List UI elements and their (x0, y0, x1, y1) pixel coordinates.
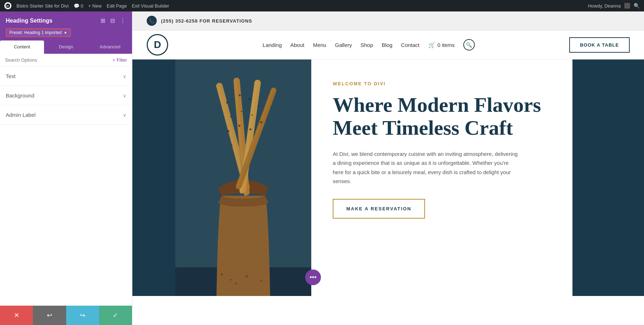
main-layout: Heading Settings ⊞ ⊟ ⋮ Preset: Heading 1… (0, 11, 644, 325)
filter-label: Filter (117, 57, 127, 63)
edit-page-link[interactable]: Edit Page (107, 3, 127, 9)
search-input[interactable] (5, 57, 110, 63)
section-background-chevron: ∨ (123, 93, 126, 99)
phone-icon: 📞 (147, 16, 157, 26)
svg-point-7 (230, 116, 231, 118)
svg-point-9 (231, 145, 233, 146)
hero-content: WELCOME TO DIVI Where Modern Flavors Mee… (311, 59, 572, 296)
svg-point-18 (252, 114, 253, 116)
tab-design[interactable]: Design (44, 40, 88, 54)
section-admin-label: Admin Label ∨ (0, 105, 132, 125)
section-text-header[interactable]: Text ∨ (0, 67, 132, 86)
redo-button[interactable]: ↪ (66, 306, 99, 325)
nav-about[interactable]: About (290, 42, 304, 48)
svg-point-27 (260, 280, 262, 282)
tab-advanced[interactable]: Advanced (88, 40, 132, 54)
dots-menu-button[interactable]: ••• (305, 269, 321, 285)
site-search-icon: 🔍 (466, 42, 472, 48)
svg-point-17 (249, 98, 251, 100)
sidebar-tabs: Content Design Advanced (0, 40, 132, 54)
undo-button[interactable]: ↩ (33, 306, 66, 325)
comment-icon: 💬 0 (74, 3, 83, 9)
svg-point-24 (221, 273, 223, 276)
sidebar-header: Heading Settings ⊞ ⊟ ⋮ Preset: Heading 1… (0, 11, 132, 40)
preset-dropdown-arrow: ▼ (64, 31, 67, 35)
section-text-label: Text (6, 73, 16, 79)
site-logo: D (147, 34, 168, 56)
admin-search-icon[interactable]: 🔍 (634, 3, 640, 9)
section-background-label: Background (6, 92, 34, 99)
site-nav: D Landing About Menu Gallery Shop Blog C… (132, 30, 644, 59)
preset-badge[interactable]: Preset: Heading 1 imported ▼ (6, 28, 71, 37)
layout-icon[interactable]: ⊟ (109, 16, 116, 25)
nav-menu[interactable]: Menu (313, 42, 327, 48)
svg-point-14 (238, 125, 240, 127)
filter-button[interactable]: + Filter (113, 57, 127, 63)
nav-contact[interactable]: Contact (401, 42, 420, 48)
hero-heading: Where Modern Flavors Meet Timeless Craft (333, 94, 551, 139)
svg-text:W: W (6, 4, 9, 8)
sidebar-header-top: Heading Settings ⊞ ⊟ ⋮ (6, 16, 126, 25)
section-admin-label-text: Admin Label (6, 112, 35, 118)
sidebar-header-icons: ⊞ ⊟ ⋮ (100, 16, 126, 25)
svg-point-19 (249, 128, 252, 130)
site-name[interactable]: Bistro Starter Site for Divi (16, 3, 69, 9)
nav-gallery[interactable]: Gallery (335, 42, 352, 48)
svg-point-28 (235, 282, 237, 285)
hero-image-wrapper (175, 59, 311, 296)
svg-point-8 (227, 130, 229, 132)
svg-point-25 (230, 279, 231, 281)
exit-builder-link[interactable]: Exit Visual Builder (132, 3, 169, 9)
avatar (624, 3, 630, 9)
hero-section: WELCOME TO DIVI Where Modern Flavors Mee… (132, 59, 644, 296)
sidebar-search-bar: + Filter (0, 54, 132, 67)
svg-point-23 (260, 121, 262, 123)
content-area: 📞 (255) 352-6258 FOR RESERVATIONS D Land… (132, 11, 644, 325)
dots-icon: ••• (310, 274, 317, 281)
hero-right-panel (572, 59, 644, 296)
cart-area[interactable]: 🛒 0 items (428, 42, 455, 48)
admin-bar: W Bistro Starter Site for Divi 💬 0 + New… (0, 0, 644, 11)
section-text: Text ∨ (0, 67, 132, 86)
sidebar-title: Heading Settings (6, 18, 53, 24)
new-item[interactable]: + New (88, 3, 102, 9)
filter-plus-icon: + (113, 57, 116, 63)
svg-point-26 (245, 275, 248, 278)
svg-point-6 (226, 101, 228, 104)
site-search-button[interactable]: 🔍 (463, 39, 475, 51)
admin-bar-right: Howdy, Deanna 🔍 (588, 3, 640, 9)
sidebar-spacer (0, 125, 132, 306)
make-reservation-button[interactable]: MAKE A RESERVATION (333, 199, 425, 219)
section-admin-label-chevron: ∨ (123, 112, 126, 118)
welcome-label: WELCOME TO DIVI (333, 81, 551, 86)
section-background: Background ∨ (0, 86, 132, 105)
tab-content[interactable]: Content (0, 40, 44, 54)
responsive-icon[interactable]: ⊞ (100, 16, 106, 25)
hero-description: At Divi, we blend contemporary cuisine w… (333, 149, 519, 186)
svg-point-22 (258, 105, 259, 107)
sidebar: Heading Settings ⊞ ⊟ ⋮ Preset: Heading 1… (0, 11, 132, 325)
site-preview: 📞 (255) 352-6258 FOR RESERVATIONS D Land… (132, 11, 644, 325)
cart-icon: 🛒 (428, 42, 435, 48)
site-nav-links: Landing About Menu Gallery Shop Blog Con… (263, 39, 475, 51)
preset-label: Preset: Heading 1 imported (9, 30, 62, 35)
nav-landing[interactable]: Landing (263, 42, 282, 48)
save-button[interactable]: ✓ (99, 306, 132, 325)
nav-shop[interactable]: Shop (361, 42, 373, 48)
section-admin-label-header[interactable]: Admin Label ∨ (0, 105, 132, 124)
cart-items: 0 items (438, 42, 455, 48)
svg-point-13 (241, 111, 242, 112)
section-text-chevron: ∨ (123, 73, 126, 79)
more-options-icon[interactable]: ⋮ (119, 16, 126, 25)
cancel-button[interactable]: ✕ (0, 306, 33, 325)
svg-point-12 (239, 94, 241, 96)
phone-text: (255) 352-6258 FOR RESERVATIONS (161, 18, 252, 24)
nav-blog[interactable]: Blog (382, 42, 392, 48)
sidebar-bottom-actions: ✕ ↩ ↪ ✓ (0, 306, 132, 325)
site-topbar: 📞 (255) 352-6258 FOR RESERVATIONS (132, 11, 644, 30)
wordpress-icon[interactable]: W (4, 2, 11, 9)
food-image (175, 59, 311, 296)
book-table-button[interactable]: BOOK A TABLE (569, 37, 630, 53)
admin-bar-left: W Bistro Starter Site for Divi 💬 0 + New… (4, 2, 582, 9)
section-background-header[interactable]: Background ∨ (0, 86, 132, 105)
